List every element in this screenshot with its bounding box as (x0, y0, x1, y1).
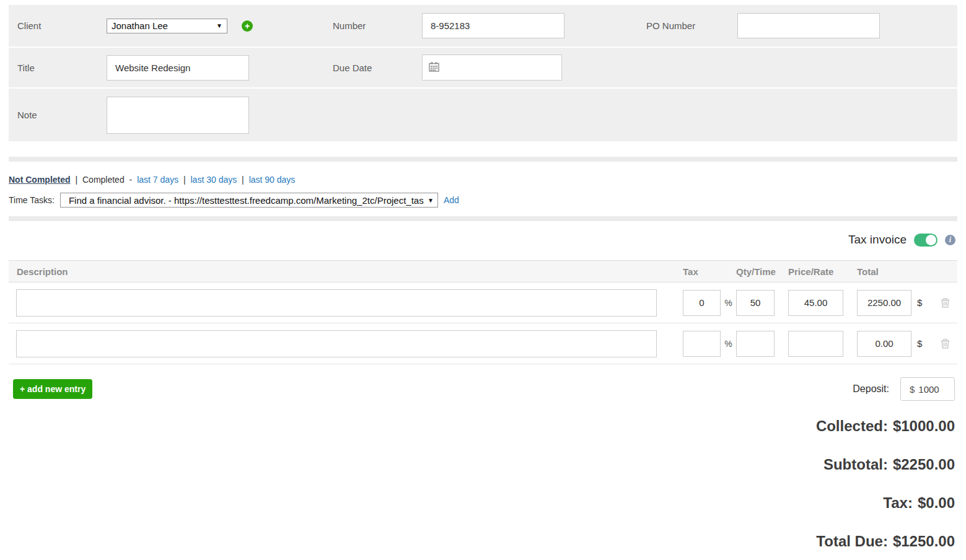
time-tasks-selected-value: Find a financial advisor. - https://test… (69, 195, 424, 206)
deposit-label: Deposit: (853, 383, 889, 395)
title-input[interactable] (107, 55, 249, 81)
invoice-items-table: Description Tax Qty/Time Price/Rate Tota… (9, 260, 957, 364)
deposit-value: 1000 (918, 384, 939, 395)
time-tasks-select[interactable]: Find a financial advisor. - https://test… (60, 193, 438, 208)
filter-separator: | (242, 175, 244, 185)
qty-time-input[interactable] (736, 331, 775, 357)
qty-time-input[interactable] (736, 290, 775, 316)
client-select[interactable]: Jonathan Lee ▼ (107, 19, 227, 33)
price-rate-input[interactable] (788, 290, 843, 316)
totals-summary: Collected:$1000.00 Subtotal:$2250.00 Tax… (0, 419, 955, 549)
trash-icon (941, 297, 950, 308)
po-number-label: PO Number (646, 20, 737, 31)
percent-sign: % (721, 298, 736, 308)
total-due-label: Total Due: (816, 533, 888, 549)
task-filters: Not Completed | Completed - last 7 days … (9, 175, 966, 185)
form-row-3: Note (9, 89, 957, 141)
note-textarea[interactable] (107, 97, 249, 134)
header-description: Description (9, 266, 683, 277)
number-label: Number (333, 20, 422, 31)
deposit-currency: $ (910, 384, 915, 395)
chevron-down-icon: ▼ (216, 22, 222, 29)
header-total: Total (857, 266, 913, 277)
filter-last-7-days-link[interactable]: last 7 days (137, 175, 178, 185)
tax-input[interactable] (683, 290, 721, 316)
time-tasks-label: Time Tasks: (9, 195, 55, 205)
section-divider-top (9, 157, 957, 162)
tax-invoice-toggle[interactable] (914, 234, 937, 247)
tax-invoice-row: Tax invoice i (0, 233, 955, 247)
time-tasks-row: Time Tasks: Find a financial advisor. - … (9, 193, 966, 208)
items-table-header: Description Tax Qty/Time Price/Rate Tota… (9, 260, 957, 282)
description-input[interactable] (16, 289, 657, 317)
collected-label: Collected: (816, 418, 888, 434)
trash-icon (941, 338, 950, 349)
subtotal-label: Subtotal: (823, 456, 888, 473)
deposit-group: Deposit: $ 1000 (853, 377, 955, 401)
note-label: Note (9, 110, 107, 120)
header-price-rate: Price/Rate (788, 266, 857, 277)
tax-value: $0.00 (918, 494, 955, 511)
total-due: Total Due:$1250.00 (0, 534, 955, 549)
subtotal: Subtotal:$2250.00 (0, 457, 955, 472)
item-row-1: % $ (9, 282, 957, 323)
description-input[interactable] (16, 330, 657, 357)
calendar-icon (429, 62, 439, 74)
form-row-1: Client Jonathan Lee ▼ + Number PO Number (9, 5, 957, 46)
table-footer-row: + add new entry Deposit: $ 1000 (13, 377, 955, 401)
tax-total: Tax:$0.00 (0, 496, 955, 510)
add-new-entry-button[interactable]: + add new entry (13, 379, 92, 399)
info-icon[interactable]: i (945, 235, 955, 245)
price-rate-input[interactable] (788, 331, 843, 357)
tax-input[interactable] (683, 331, 721, 357)
deposit-input[interactable]: $ 1000 (900, 377, 955, 401)
filter-dash: - (130, 175, 133, 185)
filter-separator: | (75, 175, 77, 185)
delete-row-button[interactable] (941, 297, 950, 308)
po-number-input[interactable] (737, 13, 880, 38)
due-date-label: Due Date (333, 63, 422, 73)
filter-not-completed-link[interactable]: Not Completed (9, 175, 71, 185)
chevron-down-icon: ▼ (428, 197, 434, 204)
percent-sign: % (721, 339, 736, 349)
title-label: Title (9, 63, 107, 73)
header-tax: Tax (683, 266, 721, 277)
toggle-knob (926, 235, 936, 245)
collected-value: $1000.00 (893, 418, 955, 434)
delete-row-button[interactable] (941, 338, 950, 349)
subtotal-value: $2250.00 (893, 456, 955, 473)
filter-last-90-days-link[interactable]: last 90 days (249, 175, 296, 185)
form-row-2: Title Due Date (9, 48, 957, 87)
total-due-value: $1250.00 (893, 533, 955, 549)
client-label: Client (9, 20, 107, 31)
collected-total: Collected:$1000.00 (0, 419, 955, 434)
tax-label: Tax: (883, 494, 913, 511)
section-divider-middle (9, 216, 957, 221)
invoice-form: Client Jonathan Lee ▼ + Number PO Number… (9, 5, 957, 141)
tax-invoice-label: Tax invoice (848, 233, 907, 247)
dollar-sign: $ (913, 338, 933, 349)
filter-completed-label: Completed (82, 175, 125, 185)
item-row-2: % $ (9, 323, 957, 364)
time-tasks-add-link[interactable]: Add (444, 195, 459, 205)
due-date-input[interactable] (422, 55, 562, 81)
number-input[interactable] (422, 13, 564, 38)
total-input[interactable] (857, 290, 911, 316)
client-selected-value: Jonathan Lee (112, 20, 168, 31)
total-input[interactable] (857, 331, 911, 357)
filter-last-30-days-link[interactable]: last 30 days (191, 175, 237, 185)
dollar-sign: $ (913, 297, 933, 308)
filter-separator: | (183, 175, 186, 185)
header-qty-time: Qty/Time (736, 266, 788, 277)
add-client-icon[interactable]: + (242, 20, 253, 32)
